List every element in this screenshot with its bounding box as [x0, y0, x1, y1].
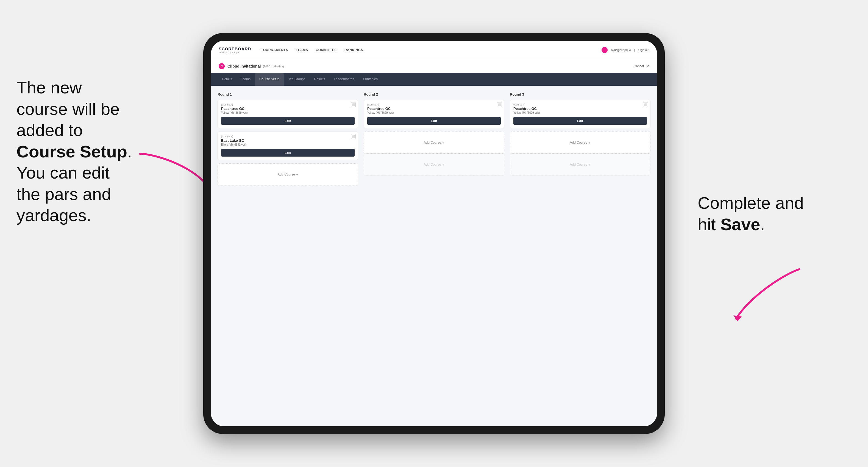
- nav-separator: |: [634, 48, 635, 52]
- round1-course-b-details: Black (M) (6891 yds): [221, 143, 354, 146]
- round3-add-course-disabled-text: Add Course: [570, 163, 587, 166]
- round1-course-a-card: (Course A) Peachtree GC Yellow (M) (6629…: [218, 100, 358, 128]
- annotation-right-bold: Save: [720, 215, 760, 234]
- top-nav-right: blair@clippd.io | Sign out: [601, 47, 649, 53]
- top-nav: SCOREBOARD Powered by clippd TOURNAMENTS…: [211, 41, 657, 59]
- round3-add-plus-icon: +: [588, 141, 591, 145]
- round2-add-course-button[interactable]: Add Course +: [364, 132, 504, 154]
- round2-add-course-disabled: Add Course +: [364, 154, 504, 176]
- round-2-title: Round 2: [364, 92, 504, 96]
- tournament-gender: (Men): [263, 64, 271, 68]
- tab-course-setup[interactable]: Course Setup: [255, 73, 284, 86]
- round-2-column: Round 2 (Course A) Peachtree GC Yellow (…: [364, 92, 504, 185]
- sign-out-link[interactable]: Sign out: [639, 48, 649, 52]
- main-content: Round 1 (Course A) Peachtree GC Yellow (…: [211, 86, 657, 426]
- top-nav-links: TOURNAMENTS TEAMS COMMITTEE RANKINGS: [261, 48, 601, 52]
- annotation-left-line1: The new: [17, 78, 82, 97]
- round2-course-a-label: (Course A): [367, 103, 501, 106]
- annotation-left-bold: Course Setup: [17, 142, 127, 161]
- round2-add-plus-icon: +: [442, 141, 444, 145]
- brand-subtitle: Powered by clippd: [219, 51, 251, 54]
- close-icon[interactable]: ✕: [646, 64, 649, 68]
- annotation-right-line2: hit: [698, 215, 720, 234]
- round2-add-course-text: Add Course: [424, 141, 441, 145]
- nav-tournaments[interactable]: TOURNAMENTS: [261, 48, 288, 52]
- nav-committee[interactable]: COMMITTEE: [316, 48, 337, 52]
- tab-tee-groups[interactable]: Tee Groups: [284, 73, 310, 86]
- annotation-left-line6: the pars and: [17, 185, 111, 204]
- round1-course-a-name: Peachtree GC: [221, 106, 354, 111]
- round3-add-course-text: Add Course: [570, 141, 587, 145]
- round1-course-a-edit-button[interactable]: Edit: [221, 117, 354, 125]
- round1-add-plus-icon: +: [296, 173, 298, 177]
- round-1-column: Round 1 (Course A) Peachtree GC Yellow (…: [218, 92, 358, 185]
- user-avatar: [601, 47, 608, 53]
- annotation-left-line2: course will be: [17, 99, 120, 118]
- sub-header: C Clippd Invitational (Men) Hosting Canc…: [211, 59, 657, 73]
- annotation-left-line5: You can edit: [17, 163, 110, 182]
- round-3-column: Round 3 (Course A) Peachtree GC Yellow (…: [510, 92, 650, 185]
- round3-course-a-details: Yellow (M) (6629 yds): [514, 111, 647, 114]
- round2-course-a-edit-button[interactable]: Edit: [367, 117, 501, 125]
- annotation-left: The new course will be added to Course S…: [17, 77, 176, 226]
- round-3-title: Round 3: [510, 92, 650, 96]
- tab-bar: Details Teams Course Setup Tee Groups Re…: [211, 73, 657, 86]
- round-1-title: Round 1: [218, 92, 358, 96]
- round3-add-plus-disabled-icon: +: [588, 163, 591, 167]
- round3-add-course-disabled: Add Course +: [510, 154, 650, 176]
- tourney-logo: C: [219, 63, 225, 69]
- rounds-grid: Round 1 (Course A) Peachtree GC Yellow (…: [218, 92, 650, 185]
- tab-details[interactable]: Details: [218, 73, 237, 86]
- cancel-label[interactable]: Cancel: [634, 64, 644, 68]
- round1-course-a-delete-button[interactable]: ⬜: [351, 102, 356, 107]
- round2-course-a-delete-button[interactable]: ⬜: [497, 102, 502, 107]
- sub-header-right: Cancel ✕: [634, 64, 649, 68]
- tab-results[interactable]: Results: [310, 73, 329, 86]
- tablet-screen: SCOREBOARD Powered by clippd TOURNAMENTS…: [211, 41, 657, 426]
- tab-teams[interactable]: Teams: [237, 73, 255, 86]
- round2-course-a-name: Peachtree GC: [367, 106, 501, 111]
- round1-course-a-details: Yellow (M) (6629 yds): [221, 111, 354, 114]
- tab-leaderboards[interactable]: Leaderboards: [329, 73, 359, 86]
- round2-add-course-disabled-text: Add Course: [424, 163, 441, 166]
- round1-course-b-card: (Course B) East Lake GC Black (M) (6891 …: [218, 132, 358, 160]
- annotation-left-line7: yardages.: [17, 206, 91, 225]
- round3-course-a-card: (Course A) Peachtree GC Yellow (M) (6629…: [510, 100, 650, 128]
- round3-add-course-button[interactable]: Add Course +: [510, 132, 650, 154]
- round1-course-b-label: (Course B): [221, 135, 354, 138]
- round3-course-a-label: (Course A): [514, 103, 647, 106]
- round1-course-a-label: (Course A): [221, 103, 354, 106]
- nav-rankings[interactable]: RANKINGS: [344, 48, 363, 52]
- tournament-name: Clippd Invitational: [227, 64, 261, 68]
- round1-course-b-edit-button[interactable]: Edit: [221, 149, 354, 157]
- round3-course-a-name: Peachtree GC: [514, 106, 647, 111]
- arrow-right-icon: [728, 264, 805, 324]
- tab-printables[interactable]: Printables: [359, 73, 382, 86]
- round1-add-course-text: Add Course: [278, 173, 295, 176]
- round2-add-plus-disabled-icon: +: [442, 163, 444, 167]
- svg-marker-1: [734, 315, 742, 321]
- round3-course-a-edit-button[interactable]: Edit: [514, 117, 647, 125]
- annotation-right: Complete and hit Save.: [698, 192, 840, 235]
- user-email: blair@clippd.io: [611, 48, 631, 52]
- round3-course-a-delete-button[interactable]: ⬜: [643, 102, 648, 107]
- brand-logo: SCOREBOARD Powered by clippd: [219, 46, 251, 54]
- round2-course-a-card: (Course A) Peachtree GC Yellow (M) (6629…: [364, 100, 504, 128]
- nav-teams[interactable]: TEAMS: [296, 48, 308, 52]
- round2-course-a-details: Yellow (M) (6629 yds): [367, 111, 501, 114]
- brand-title: SCOREBOARD: [219, 46, 251, 51]
- round1-add-course-button[interactable]: Add Course +: [218, 163, 358, 185]
- annotation-left-line3: added to: [17, 121, 83, 139]
- round1-course-b-name: East Lake GC: [221, 138, 354, 143]
- round1-course-b-delete-button[interactable]: ⬜: [351, 134, 356, 139]
- annotation-right-line1: Complete and: [698, 193, 804, 212]
- tablet-frame: SCOREBOARD Powered by clippd TOURNAMENTS…: [203, 33, 665, 434]
- tournament-status: Hosting: [274, 65, 284, 68]
